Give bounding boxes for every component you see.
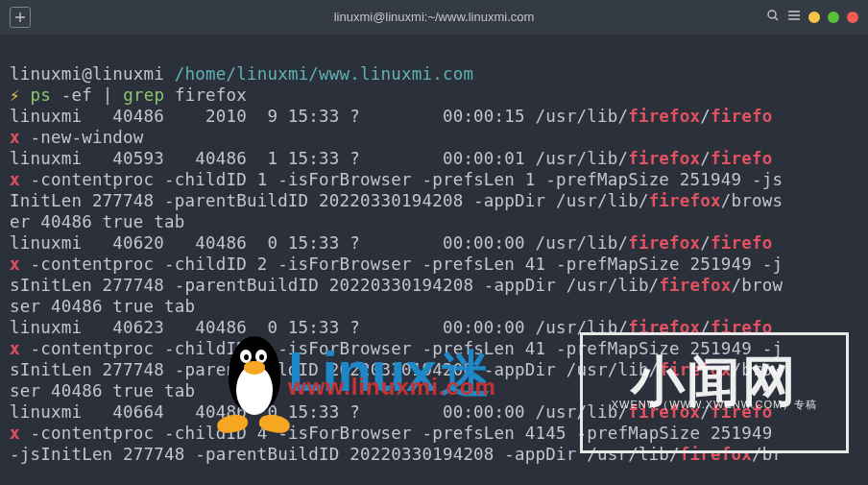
- match-firefox: firefox: [659, 276, 731, 295]
- output-line: -jsInitLen 277748 -parentBuildID 2022033…: [10, 445, 680, 464]
- output-line: linuxmi 40623 40486 0 15:33 ? 00:00:00 /…: [10, 318, 628, 337]
- command-grep: grep: [123, 85, 164, 105]
- match-firefox: firefo: [711, 318, 772, 337]
- match-x: x: [10, 424, 20, 443]
- output-line: ser 40486 true tab: [10, 297, 195, 316]
- output-line: InitLen 277748 -parentBuildID 2022033019…: [10, 191, 649, 210]
- command-ps: ps: [31, 85, 51, 105]
- match-firefox: firefox: [628, 233, 700, 253]
- match-x: x: [10, 255, 20, 274]
- output-line: -contentproc -childID 4 -isForBrowser -p…: [20, 424, 773, 443]
- match-firefox: firefo: [711, 402, 772, 422]
- output-line: sInitLen 277748 -parentBuildID 202203301…: [10, 276, 659, 295]
- output-line: linuxmi 40593 40486 1 15:33 ? 00:00:01 /…: [10, 149, 628, 168]
- match-firefox: firefox: [628, 107, 700, 126]
- match-firefox: firefo: [711, 149, 772, 168]
- svg-point-0: [768, 11, 776, 18]
- new-tab-button[interactable]: [10, 7, 31, 28]
- hamburger-menu-icon[interactable]: [787, 7, 801, 28]
- prompt-symbol: ⚡: [10, 85, 20, 105]
- output-line: er 40486 true tab: [10, 212, 185, 231]
- minimize-button[interactable]: [808, 12, 820, 23]
- output-line: sInitLen 277748 -parentBuildID 202203301…: [10, 360, 659, 379]
- window-title: linuxmi@linuxmi:~/www.linuxmi.com: [334, 7, 535, 28]
- output-line: -contentproc -childID 2 -isForBrowser -p…: [20, 255, 783, 274]
- output-line: linuxmi 40486 2010 9 15:33 ? 00:00:15 /u…: [10, 107, 628, 126]
- output-line: -new-window: [20, 128, 144, 147]
- match-firefox: firefox: [649, 191, 721, 210]
- match-firefox: firefo: [711, 107, 772, 126]
- output-line: linuxmi 40664 40486 0 15:33 ? 00:00:00 /…: [10, 402, 628, 422]
- match-firefox: firefox: [628, 402, 700, 422]
- match-x: x: [10, 128, 20, 147]
- command-grep-args: firefox: [175, 85, 247, 105]
- output-line: -contentproc -childID 3 -isForBrowser -p…: [20, 339, 783, 358]
- match-firefox: firefo: [711, 233, 772, 253]
- command-ps-args: -ef: [61, 85, 92, 105]
- match-firefox: firefox: [659, 360, 731, 379]
- match-x: x: [10, 339, 20, 358]
- search-icon[interactable]: [766, 7, 780, 28]
- pipe: |: [103, 85, 113, 105]
- match-firefox: firefox: [628, 149, 700, 168]
- output-line: linuxmi 40620 40486 0 15:33 ? 00:00:00 /…: [10, 233, 628, 253]
- terminal-output[interactable]: linuxmi@linuxmi /home/linuxmi/www.linuxm…: [0, 35, 868, 465]
- window-controls: [766, 7, 858, 28]
- match-x: x: [10, 170, 20, 189]
- prompt-cwd: /home/linuxmi/www.linuxmi.com: [175, 64, 473, 84]
- output-line: ser 40486 true tab: [10, 381, 195, 400]
- match-firefox: firefox: [680, 445, 752, 464]
- match-firefox: firefox: [628, 318, 700, 337]
- titlebar: linuxmi@linuxmi:~/www.linuxmi.com: [0, 0, 868, 35]
- close-button[interactable]: [847, 12, 858, 23]
- prompt-user: linuxmi@linuxmi: [10, 64, 164, 84]
- maximize-button[interactable]: [828, 12, 839, 23]
- output-line: -contentproc -childID 1 -isForBrowser -p…: [20, 170, 783, 189]
